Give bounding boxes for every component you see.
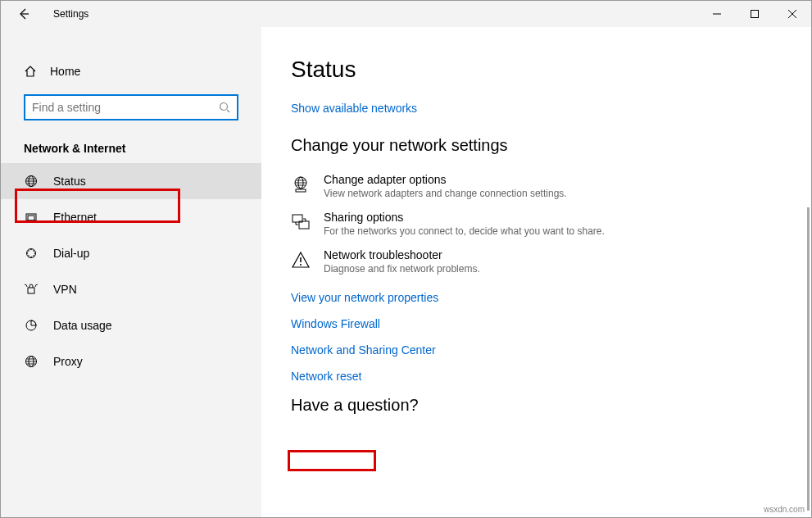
link-network-properties[interactable]: View your network properties xyxy=(291,291,438,304)
arrow-left-icon xyxy=(17,7,30,20)
close-icon xyxy=(788,10,796,18)
home-icon xyxy=(24,65,37,78)
svg-point-10 xyxy=(34,252,36,254)
nav-label: VPN xyxy=(53,283,77,296)
sharing-icon xyxy=(291,211,311,237)
svg-point-11 xyxy=(28,250,29,252)
home-label: Home xyxy=(50,65,80,78)
watermark: wsxdn.com xyxy=(764,505,805,514)
sidebar-item-data-usage[interactable]: Data usage xyxy=(1,307,261,343)
maximize-icon xyxy=(751,10,759,18)
nav-label: Ethernet xyxy=(53,211,97,224)
sidebar: Home Network & Internet Status Ethernet xyxy=(1,27,261,517)
link-network-reset[interactable]: Network reset xyxy=(291,370,361,383)
option-sharing[interactable]: Sharing options For the networks you con… xyxy=(291,211,811,237)
svg-point-8 xyxy=(30,257,32,258)
home-nav[interactable]: Home xyxy=(1,53,261,89)
sidebar-item-vpn[interactable]: VPN xyxy=(1,271,261,307)
page-heading: Status xyxy=(291,57,811,83)
subheading-change-settings: Change your network settings xyxy=(291,136,811,155)
svg-rect-21 xyxy=(296,189,306,192)
sidebar-item-status[interactable]: Status xyxy=(1,163,261,199)
maximize-button[interactable] xyxy=(736,1,773,27)
nav-label: Data usage xyxy=(53,319,112,332)
window-controls xyxy=(698,1,811,27)
link-show-networks[interactable]: Show available networks xyxy=(291,102,417,115)
globe-icon xyxy=(24,174,39,189)
window-title: Settings xyxy=(53,8,88,20)
sidebar-section-title: Network & Internet xyxy=(1,132,261,163)
back-button[interactable] xyxy=(11,1,37,27)
subheading-question: Have a question? xyxy=(291,396,811,415)
svg-point-7 xyxy=(30,249,32,251)
nav-label: Dial-up xyxy=(53,247,89,260)
option-desc: View network adapters and change connect… xyxy=(324,188,567,199)
svg-point-24 xyxy=(300,264,302,266)
svg-point-14 xyxy=(33,255,34,257)
data-usage-icon xyxy=(24,318,39,333)
nav-label: Status xyxy=(53,175,86,188)
minimize-button[interactable] xyxy=(698,1,736,27)
link-windows-firewall[interactable]: Windows Firewall xyxy=(291,317,380,330)
search-icon xyxy=(219,102,230,113)
option-title: Sharing options xyxy=(324,211,605,224)
svg-rect-5 xyxy=(28,216,34,220)
search-input[interactable] xyxy=(32,101,219,114)
svg-point-12 xyxy=(33,250,34,252)
option-title: Network troubleshooter xyxy=(324,248,480,261)
titlebar: Settings xyxy=(1,1,811,27)
svg-point-1 xyxy=(220,103,228,111)
ethernet-icon xyxy=(24,210,39,225)
svg-rect-0 xyxy=(751,11,759,18)
sidebar-item-dialup[interactable]: Dial-up xyxy=(1,235,261,271)
svg-point-13 xyxy=(28,255,29,257)
option-desc: Diagnose and fix network problems. xyxy=(324,263,480,275)
sidebar-item-ethernet[interactable]: Ethernet xyxy=(1,199,261,235)
search-wrap xyxy=(1,89,261,132)
adapter-icon xyxy=(291,173,311,199)
vpn-icon xyxy=(24,282,39,297)
search-box[interactable] xyxy=(24,94,238,120)
option-troubleshooter[interactable]: Network troubleshooter Diagnose and fix … xyxy=(291,248,811,275)
svg-point-9 xyxy=(27,252,29,254)
close-button[interactable] xyxy=(773,1,811,27)
minimize-icon xyxy=(713,10,721,18)
svg-rect-15 xyxy=(28,288,34,293)
warning-icon xyxy=(291,248,311,275)
option-desc: For the networks you connect to, decide … xyxy=(324,225,605,237)
sidebar-item-proxy[interactable]: Proxy xyxy=(1,343,261,379)
globe-icon xyxy=(24,354,39,369)
dialup-icon xyxy=(24,246,39,261)
nav-label: Proxy xyxy=(53,355,83,368)
link-network-sharing-center[interactable]: Network and Sharing Center xyxy=(291,343,436,357)
option-change-adapter[interactable]: Change adapter options View network adap… xyxy=(291,173,811,199)
scrollbar[interactable] xyxy=(807,207,810,511)
option-title: Change adapter options xyxy=(324,173,567,186)
main-pane: Status Show available networks Change yo… xyxy=(261,27,811,517)
